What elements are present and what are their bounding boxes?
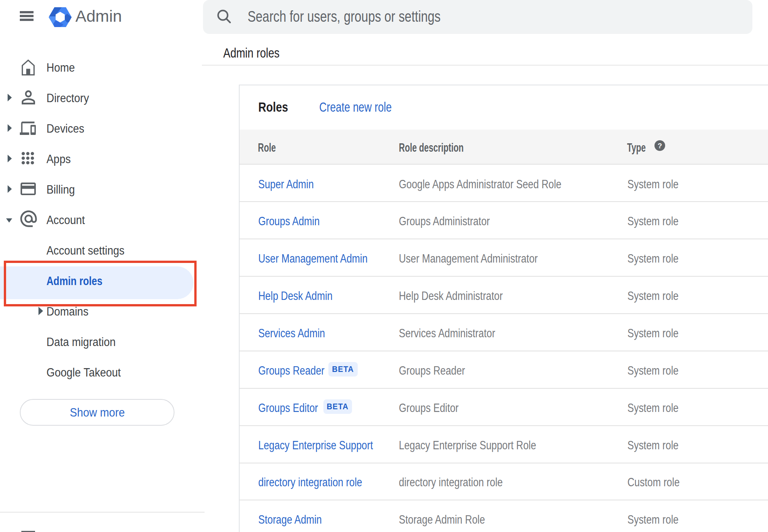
svg-text:?: ?: [658, 142, 662, 150]
